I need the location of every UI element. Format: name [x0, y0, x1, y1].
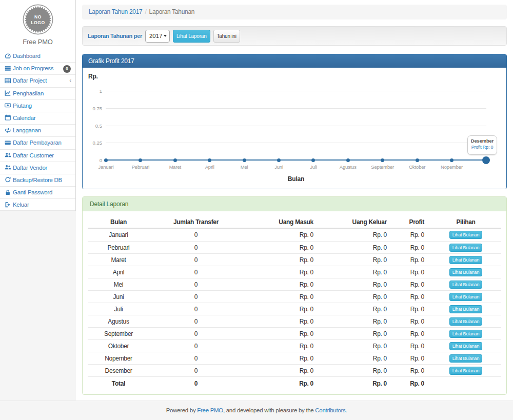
cell-uang-masuk: Rp. 0 — [243, 306, 320, 313]
table-row: Maret0Rp. 0Rp. 0Rp. 0Lihat Bulanan — [88, 253, 501, 266]
cell-jumlah-transfer: 0 — [149, 367, 243, 374]
sidebar-item-label: Keluar — [13, 202, 29, 208]
no-logo-badge: NOLOGO — [23, 4, 53, 35]
data-point-pebruari[interactable] — [139, 158, 142, 162]
sidebar-item-ganti-password[interactable]: Ganti Password — [0, 186, 75, 198]
sidebar-item-daftar-project[interactable]: Daftar Project‹ — [0, 74, 75, 87]
x-tick-label: April — [193, 164, 227, 170]
column-header: Uang Masuk — [243, 218, 320, 226]
sign-out-icon — [4, 199, 11, 211]
users-icon — [4, 162, 11, 174]
cell-uang-keluar: Rp. 0 — [320, 256, 393, 264]
main-content: Laporan Tahun 2017/Laporan Tahunan Lapor… — [76, 0, 513, 401]
sidebar-item-label: Calendar — [13, 115, 35, 121]
cell-bulan: Pebruari — [88, 244, 149, 251]
cell-uang-keluar: Rp. 0 — [320, 367, 393, 374]
lock-icon — [4, 187, 11, 198]
chart-x-axis-label: Bulan — [106, 175, 486, 183]
sidebar-menu: DashboardJob on Progress0Daftar Project‹… — [0, 50, 75, 211]
gridline — [106, 143, 486, 143]
cell-jumlah-transfer: 0 — [149, 330, 243, 337]
x-tick-label: Mei — [227, 164, 261, 170]
count-badge: 0 — [63, 65, 71, 73]
cell-uang-masuk: Rp. 0 — [243, 244, 320, 251]
sidebar: NOLOGO Free PMO DashboardJob on Progress… — [0, 0, 76, 401]
detail-report-panel: Detail Laporan BulanJumlah TransferUang … — [82, 196, 507, 395]
data-point-nopember[interactable] — [450, 158, 453, 162]
cell-bulan: Agustus — [88, 318, 149, 325]
line-chart-icon — [4, 88, 11, 99]
data-point-april[interactable] — [208, 158, 211, 162]
breadcrumb: Laporan Tahun 2017/Laporan Tahunan — [82, 5, 507, 19]
view-monthly-button[interactable]: Lihat Bulanan — [449, 268, 482, 276]
cell-profit: Rp. 0 — [393, 355, 430, 362]
data-point-maret[interactable] — [173, 158, 177, 162]
view-monthly-button[interactable]: Lihat Bulanan — [449, 354, 482, 363]
table-row: Agustus0Rp. 0Rp. 0Rp. 0Lihat Bulanan — [88, 315, 501, 327]
view-monthly-button[interactable]: Lihat Bulanan — [449, 281, 482, 289]
sidebar-item-dashboard[interactable]: Dashboard — [0, 50, 75, 62]
view-monthly-button[interactable]: Lihat Bulanan — [449, 305, 482, 313]
data-point-mei[interactable] — [243, 158, 246, 162]
breadcrumb-link[interactable]: Laporan Tahun 2017 — [89, 8, 142, 15]
view-monthly-button[interactable]: Lihat Bulanan — [449, 231, 482, 239]
sidebar-item-penghasilan[interactable]: Penghasilan — [0, 87, 75, 99]
footer-link-freepmo[interactable]: Free PMO — [197, 407, 223, 413]
sidebar-item-daftar-customer[interactable]: Daftar Customer — [0, 149, 75, 162]
cell-uang-keluar: Rp. 0 — [320, 343, 393, 350]
tooltip-value: Profit Rp: 0 — [468, 145, 497, 150]
data-point-januari[interactable] — [104, 158, 108, 162]
data-point-juni[interactable] — [277, 158, 281, 162]
sidebar-item-daftar-vendor[interactable]: Daftar Vendor — [0, 162, 75, 174]
sidebar-item-job-on-progress[interactable]: Job on Progress0 — [0, 62, 75, 74]
view-monthly-button[interactable]: Lihat Bulanan — [449, 342, 482, 350]
data-point-oktober[interactable] — [416, 158, 419, 162]
cell-bulan: April — [88, 269, 149, 276]
x-tick-label: Oktober — [400, 164, 434, 170]
cell-uang-masuk: Rp. 0 — [243, 231, 320, 238]
filter-bar: Laporan Tahunan per 2017 Lihat Laporan T… — [82, 26, 507, 46]
sidebar-item-piutang[interactable]: Piutang — [0, 99, 75, 112]
view-monthly-button[interactable]: Lihat Bulanan — [449, 256, 482, 264]
table-total-row: Total0Rp. 0Rp. 0Rp. 0 — [88, 376, 501, 390]
sidebar-item-keluar[interactable]: Keluar — [0, 198, 75, 211]
cell-profit: Rp. 0 — [393, 231, 430, 238]
sidebar-item-calendar[interactable]: Calendar — [0, 112, 75, 124]
view-monthly-button[interactable]: Lihat Bulanan — [449, 317, 482, 326]
sidebar-item-langganan[interactable]: Langganan — [0, 124, 75, 136]
cell-profit: Rp. 0 — [393, 318, 430, 325]
data-point-september[interactable] — [381, 158, 384, 162]
total-label: Total — [88, 380, 149, 387]
data-point-desember[interactable] — [482, 156, 490, 164]
data-point-juli[interactable] — [311, 158, 315, 162]
cell-profit: Rp. 0 — [393, 269, 430, 276]
table-row: Januari0Rp. 0Rp. 0Rp. 0Lihat Bulanan — [88, 229, 501, 241]
chart-panel-title: Grafik Profit 2017 — [83, 54, 506, 68]
cell-uang-masuk: Rp. 0 — [243, 367, 320, 374]
table-row: Mei0Rp. 0Rp. 0Rp. 0Lihat Bulanan — [88, 278, 501, 290]
svg-text:LOGO: LOGO — [31, 20, 45, 25]
cell-profit: Rp. 0 — [393, 330, 430, 337]
sidebar-item-label: Daftar Project — [13, 77, 47, 84]
this-year-button[interactable]: Tahun ini — [213, 30, 240, 43]
total-masuk: Rp. 0 — [243, 380, 320, 387]
retweet-icon — [4, 125, 11, 136]
view-monthly-button[interactable]: Lihat Bulanan — [449, 330, 482, 338]
column-header: Uang Keluar — [320, 218, 393, 226]
column-header: Pilihan — [430, 218, 501, 226]
cell-uang-keluar: Rp. 0 — [320, 330, 393, 337]
view-monthly-button[interactable]: Lihat Bulanan — [449, 293, 482, 301]
y-tick-label: 0.75 — [83, 106, 102, 111]
breadcrumb-current: Laporan Tahunan — [149, 8, 195, 15]
data-point-agustus[interactable] — [346, 158, 350, 162]
logo: NOLOGO — [0, 0, 75, 37]
cell-jumlah-transfer: 0 — [149, 355, 243, 362]
year-select[interactable]: 2017 — [145, 30, 170, 43]
sidebar-item-label: Piutang — [13, 103, 32, 109]
view-monthly-button[interactable]: Lihat Bulanan — [449, 367, 482, 375]
sidebar-item-daftar-pembayaran[interactable]: Daftar Pembayaran — [0, 136, 75, 149]
view-monthly-button[interactable]: Lihat Bulanan — [449, 244, 482, 252]
sidebar-item-backup-restore-db[interactable]: Backup/Restore DB — [0, 174, 75, 186]
footer-link-contributors[interactable]: Contributors — [315, 407, 345, 413]
view-report-button[interactable]: Lihat Laporan — [173, 30, 210, 43]
